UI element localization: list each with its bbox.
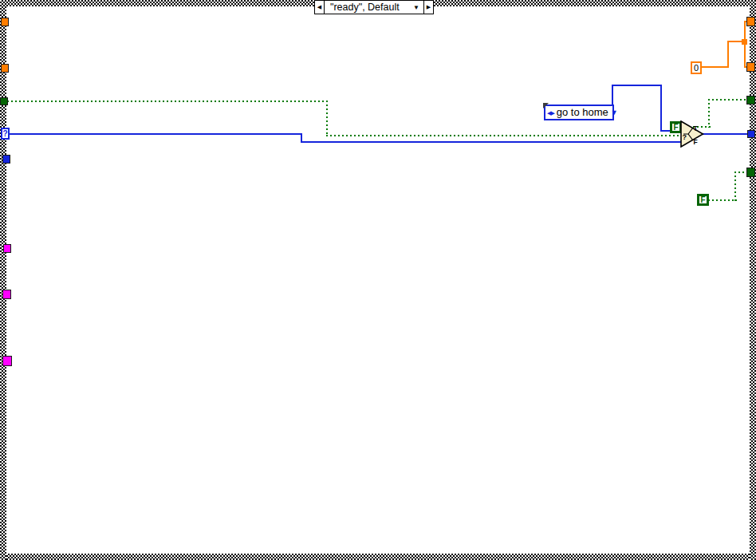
tunnel-left-unwired[interactable]: ? — [1, 128, 10, 140]
tunnel-right-green-1[interactable] — [746, 96, 755, 105]
enum-constant-go-to-home[interactable]: ◀▶ go to home ▼ — [544, 105, 614, 120]
tunnel-left-orange-1[interactable] — [1, 18, 9, 26]
case-selector-dropdown-icon[interactable]: ▼ — [413, 4, 419, 11]
tunnel-left-blue[interactable] — [2, 155, 10, 164]
wire-select-s-input[interactable] — [326, 135, 683, 136]
wire-f2-out[interactable] — [708, 199, 737, 201]
case-previous-arrow-button[interactable]: ◀ — [315, 1, 325, 14]
select-function-node[interactable]: T F ? — [680, 120, 704, 148]
case-structure-border-bottom[interactable] — [0, 554, 756, 560]
enum-increment-decrement-icon[interactable]: ◀▶ — [547, 110, 554, 116]
wire-zero-up[interactable] — [727, 41, 729, 68]
tunnel-left-green[interactable] — [0, 97, 8, 105]
tunnel-right-orange-2[interactable] — [746, 62, 755, 72]
select-selector-glyph: ? — [683, 133, 687, 141]
numeric-constant-0[interactable]: 0 — [691, 61, 702, 74]
case-selector-label: ◀ "ready", Default ▼ ▶ — [314, 0, 434, 14]
wire-green-step-down[interactable] — [326, 101, 328, 136]
case-selector-main[interactable]: "ready", Default ▼ — [325, 1, 423, 14]
select-true-glyph: T — [694, 124, 699, 132]
tunnel-right-blue[interactable] — [747, 130, 755, 138]
enum-corner-fold-icon — [543, 103, 549, 108]
case-structure-border-left[interactable] — [0, 0, 6, 560]
case-selector-text: "ready", Default — [330, 2, 400, 13]
wire-select-f-input[interactable] — [301, 141, 683, 143]
tunnel-right-green-2[interactable] — [746, 168, 755, 177]
tunnel-right-orange-1[interactable] — [746, 17, 755, 26]
wire-enum-top[interactable] — [612, 85, 662, 86]
tunnel-left-magenta-2[interactable] — [2, 290, 11, 299]
wire-zero-out[interactable] — [701, 66, 729, 68]
tunnel-left-magenta-3[interactable] — [2, 356, 12, 366]
wire-enum-down[interactable] — [660, 85, 662, 132]
wire-enum-up[interactable] — [612, 85, 613, 106]
wire-select-output[interactable] — [702, 133, 748, 135]
case-structure-border-right[interactable] — [750, 0, 756, 560]
wire-green-tunnel-out[interactable] — [7, 101, 328, 102]
wire-f1-to-tunnel[interactable] — [708, 99, 748, 101]
wire-f2-up[interactable] — [734, 172, 736, 201]
enum-dropdown-icon[interactable]: ▼ — [611, 109, 618, 116]
orange-wire-junction — [742, 39, 747, 45]
case-next-arrow-button[interactable]: ▶ — [423, 1, 433, 14]
tunnel-left-orange-2[interactable] — [1, 64, 9, 73]
labview-block-diagram: ? ◀ "ready", Default ▼ ▶ ◀▶ go to home ▼… — [0, 0, 756, 560]
enum-constant-label: go to home — [557, 107, 608, 117]
select-false-glyph: F — [694, 138, 698, 146]
tunnel-left-magenta-1[interactable] — [3, 244, 11, 253]
boolean-false-constant-bottom[interactable]: F — [697, 194, 709, 206]
wire-unwired-tunnel-out[interactable] — [9, 133, 302, 135]
wire-f1-up[interactable] — [708, 99, 710, 128]
